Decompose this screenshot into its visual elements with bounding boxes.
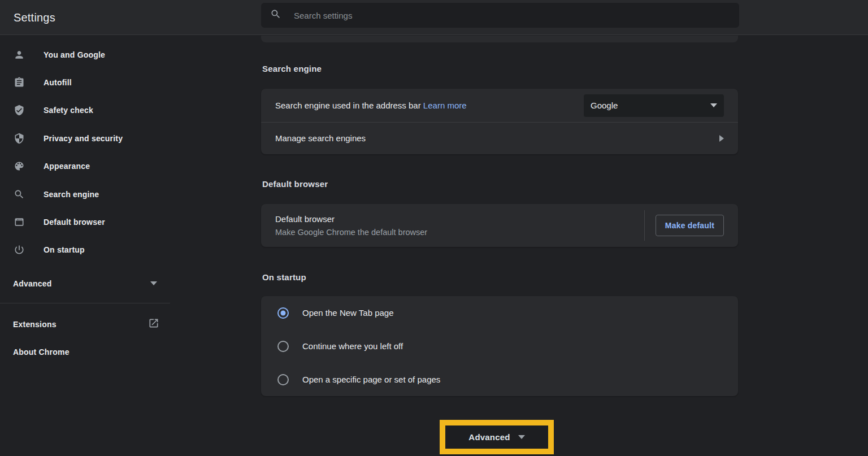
- default-browser-row: Default browser Make Google Chrome the d…: [261, 204, 738, 247]
- highlight-annotation-box: Advanced: [440, 420, 554, 454]
- default-browser-section-title: Default browser: [262, 179, 328, 189]
- search-icon: [270, 8, 281, 22]
- sidebar-advanced-toggle[interactable]: Advanced: [0, 270, 170, 297]
- settings-header: Settings: [0, 0, 868, 35]
- sidebar-divider: [0, 303, 170, 303]
- settings-sidebar: You and Google Autofill Safety check Pri…: [0, 41, 170, 366]
- search-engine-select-value: Google: [591, 101, 618, 110]
- person-icon: [14, 49, 25, 60]
- radio-option-continue-where-left-off[interactable]: Continue where you left off: [261, 329, 738, 363]
- search-engine-row-label: Search engine used in the address bar: [275, 101, 421, 110]
- sidebar-item-label: You and Google: [44, 50, 105, 59]
- sidebar-item-label: On startup: [44, 245, 85, 254]
- clipboard-icon: [14, 77, 25, 88]
- make-default-button[interactable]: Make default: [656, 215, 724, 236]
- vertical-separator: [644, 210, 645, 241]
- radio-option-label: Continue where you left off: [302, 341, 403, 351]
- on-startup-section-title: On startup: [262, 272, 306, 282]
- sidebar-about-label: About Chrome: [13, 348, 70, 357]
- default-browser-row-title: Default browser: [275, 214, 644, 224]
- manage-search-engines-row[interactable]: Manage search engines: [261, 123, 738, 154]
- sidebar-item-on-startup[interactable]: On startup: [0, 236, 170, 264]
- sidebar-item-safety-check[interactable]: Safety check: [0, 97, 170, 124]
- chevron-down-icon: [518, 435, 525, 439]
- power-icon: [14, 244, 25, 255]
- advanced-button-label: Advanced: [468, 432, 510, 442]
- sidebar-item-label: Autofill: [44, 78, 72, 87]
- chrome-settings-page: Settings You and Google Autofill: [0, 0, 868, 456]
- search-engine-select[interactable]: Google: [584, 94, 724, 117]
- learn-more-link[interactable]: Learn more: [423, 101, 467, 110]
- sidebar-item-you-and-google[interactable]: You and Google: [0, 41, 170, 68]
- external-link-icon: [148, 318, 159, 331]
- sidebar-item-label: Search engine: [44, 190, 99, 199]
- manage-search-engines-label: Manage search engines: [275, 133, 366, 143]
- sidebar-item-about-chrome[interactable]: About Chrome: [0, 338, 170, 366]
- search-engine-row-text: Search engine used in the address bar Le…: [275, 101, 467, 110]
- search-engine-card: Search engine used in the address bar Le…: [261, 89, 738, 154]
- sidebar-item-extensions[interactable]: Extensions: [0, 310, 170, 338]
- sidebar-extensions-label: Extensions: [13, 320, 57, 329]
- palette-icon: [14, 160, 25, 172]
- search-settings-field[interactable]: [261, 3, 739, 28]
- search-icon: [14, 189, 25, 200]
- shield-half-icon: [14, 133, 25, 144]
- sidebar-item-appearance[interactable]: Appearance: [0, 153, 170, 180]
- sidebar-item-label: Default browser: [44, 218, 105, 227]
- radio-option-label: Open the New Tab page: [302, 308, 394, 318]
- search-engine-row: Search engine used in the address bar Le…: [261, 89, 738, 123]
- sidebar-item-search-engine[interactable]: Search engine: [0, 180, 170, 208]
- default-browser-row-subtitle: Make Google Chrome the default browser: [275, 228, 644, 237]
- radio-option-open-new-tab[interactable]: Open the New Tab page: [261, 296, 738, 329]
- scrolled-card-sliver: [261, 36, 738, 42]
- on-startup-card: Open the New Tab page Continue where you…: [261, 296, 738, 396]
- sidebar-item-default-browser[interactable]: Default browser: [0, 208, 170, 236]
- radio-unselected-icon[interactable]: [277, 374, 289, 385]
- radio-option-open-specific-pages[interactable]: Open a specific page or set of pages: [261, 363, 738, 396]
- sidebar-item-privacy-and-security[interactable]: Privacy and security: [0, 124, 170, 152]
- search-engine-section-title: Search engine: [262, 64, 322, 73]
- default-browser-card: Default browser Make Google Chrome the d…: [261, 204, 738, 247]
- sidebar-advanced-label: Advanced: [13, 279, 52, 288]
- page-title: Settings: [14, 11, 55, 24]
- search-input[interactable]: [293, 10, 730, 21]
- shield-check-icon: [14, 105, 25, 116]
- browser-window-icon: [14, 216, 25, 228]
- sidebar-item-autofill[interactable]: Autofill: [0, 68, 170, 96]
- chevron-right-icon: [719, 135, 724, 142]
- sidebar-item-label: Privacy and security: [44, 134, 123, 143]
- advanced-expand-button[interactable]: Advanced: [468, 432, 524, 442]
- radio-option-label: Open a specific page or set of pages: [302, 375, 440, 384]
- select-caret-icon: [710, 103, 717, 107]
- radio-unselected-icon[interactable]: [277, 341, 289, 352]
- sidebar-item-label: Safety check: [44, 106, 93, 115]
- default-browser-text-block: Default browser Make Google Chrome the d…: [275, 214, 644, 237]
- radio-selected-icon[interactable]: [277, 307, 289, 319]
- chevron-down-icon: [150, 281, 157, 285]
- sidebar-item-label: Appearance: [44, 162, 90, 171]
